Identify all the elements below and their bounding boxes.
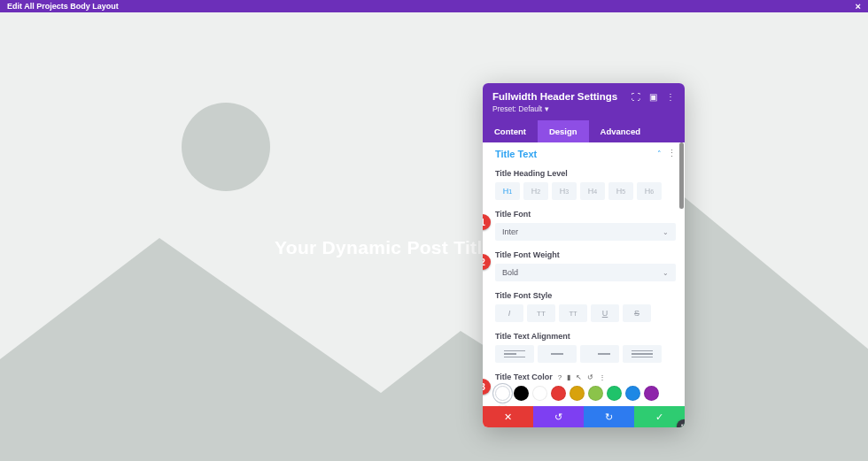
- more-icon[interactable]: ⋮: [599, 373, 606, 381]
- panel-menu-icon[interactable]: ⋮: [666, 92, 675, 102]
- align-center-button[interactable]: [538, 345, 577, 363]
- h6-button[interactable]: H6: [637, 182, 662, 200]
- title-font-label: Title Font: [495, 210, 676, 219]
- panel-tabs: Content Design Advanced: [483, 120, 685, 142]
- heading-level-label: Title Heading Level: [495, 169, 676, 178]
- heading-level-group: H1 H2 H3 H4 H5 H6: [495, 182, 676, 200]
- panel-body: Title Text ˄ ⋮ Title Heading Level H1 H2…: [483, 142, 685, 406]
- italic-button[interactable]: I: [495, 304, 523, 322]
- responsive-icon[interactable]: ▮: [567, 373, 570, 381]
- title-style-group: I TT TT U S: [495, 304, 676, 322]
- help-icon[interactable]: ?: [558, 373, 562, 381]
- h5-button[interactable]: H5: [608, 182, 633, 200]
- title-align-label: Title Text Alignment: [495, 332, 676, 341]
- title-font-select[interactable]: Inter ⌄: [495, 223, 676, 241]
- cancel-button[interactable]: ✕: [483, 406, 533, 427]
- section-menu-icon[interactable]: ⋮: [667, 148, 676, 159]
- h3-button[interactable]: H3: [552, 182, 577, 200]
- color-swatch-selected[interactable]: [495, 386, 510, 401]
- color-swatch-black[interactable]: [514, 386, 529, 401]
- wireframe-icon[interactable]: ▣: [649, 92, 657, 102]
- color-swatch-amber[interactable]: [570, 386, 585, 401]
- canvas-area: Your Dynamic Post Title Will Display Her…: [0, 12, 868, 461]
- collapse-icon[interactable]: ˄: [657, 150, 662, 158]
- h1-button[interactable]: H1: [495, 182, 520, 200]
- title-weight-select[interactable]: Bold ⌄: [495, 264, 676, 281]
- panel-title: Fullwidth Header Settings: [492, 91, 617, 102]
- panel-header[interactable]: Fullwidth Header Settings ⛶ ▣ ⋮ Preset: …: [483, 83, 685, 120]
- undo-button[interactable]: ↺: [533, 406, 584, 427]
- strike-button[interactable]: S: [623, 304, 651, 322]
- color-swatch-white[interactable]: [532, 386, 547, 401]
- capitalize-button[interactable]: TT: [559, 304, 587, 322]
- module-settings-panel: Fullwidth Header Settings ⛶ ▣ ⋮ Preset: …: [483, 83, 685, 427]
- h2-button[interactable]: H2: [523, 182, 548, 200]
- hover-icon[interactable]: ↖: [576, 373, 582, 381]
- editor-top-bar: Edit All Projects Body Layout ×: [0, 0, 868, 12]
- title-font-value: Inter: [502, 227, 518, 236]
- h4-button[interactable]: H4: [580, 182, 605, 200]
- color-swatch-red[interactable]: [551, 386, 566, 401]
- align-left-button[interactable]: [495, 345, 534, 363]
- color-swatch-none[interactable]: [495, 404, 510, 406]
- expand-icon[interactable]: ⛶: [632, 92, 640, 102]
- panel-footer: ✕ ↺ ↻ ✓: [483, 406, 685, 427]
- color-swatches: [495, 386, 676, 406]
- underline-button[interactable]: U: [591, 304, 619, 322]
- title-color-label: Title Text Color: [495, 373, 553, 381]
- editor-title: Edit All Projects Body Layout: [7, 2, 119, 11]
- chevron-down-icon: ⌄: [663, 269, 669, 277]
- align-justify-button[interactable]: [623, 345, 662, 363]
- preset-label[interactable]: Preset: Default ▾: [492, 104, 675, 113]
- title-weight-label: Title Font Weight: [495, 250, 676, 259]
- chevron-down-icon: ⌄: [663, 228, 669, 236]
- tab-design[interactable]: Design: [538, 120, 589, 142]
- redo-button[interactable]: ↻: [584, 406, 634, 427]
- close-editor-icon[interactable]: ×: [856, 2, 861, 12]
- color-swatch-purple[interactable]: [644, 386, 659, 401]
- tab-content[interactable]: Content: [483, 120, 538, 142]
- title-style-label: Title Font Style: [495, 291, 676, 300]
- tab-advanced[interactable]: Advanced: [589, 120, 652, 142]
- align-right-button[interactable]: [580, 345, 619, 363]
- title-weight-value: Bold: [502, 268, 518, 277]
- title-align-group: [495, 345, 676, 363]
- reset-icon[interactable]: ↺: [587, 373, 593, 381]
- uppercase-button[interactable]: TT: [527, 304, 555, 322]
- scrollbar[interactable]: [679, 142, 684, 209]
- panel-header-icons: ⛶ ▣ ⋮: [632, 92, 675, 102]
- color-swatch-lime[interactable]: [588, 386, 603, 401]
- section-title[interactable]: Title Text: [495, 149, 537, 159]
- color-swatch-blue[interactable]: [625, 386, 640, 401]
- color-swatch-green[interactable]: [607, 386, 622, 401]
